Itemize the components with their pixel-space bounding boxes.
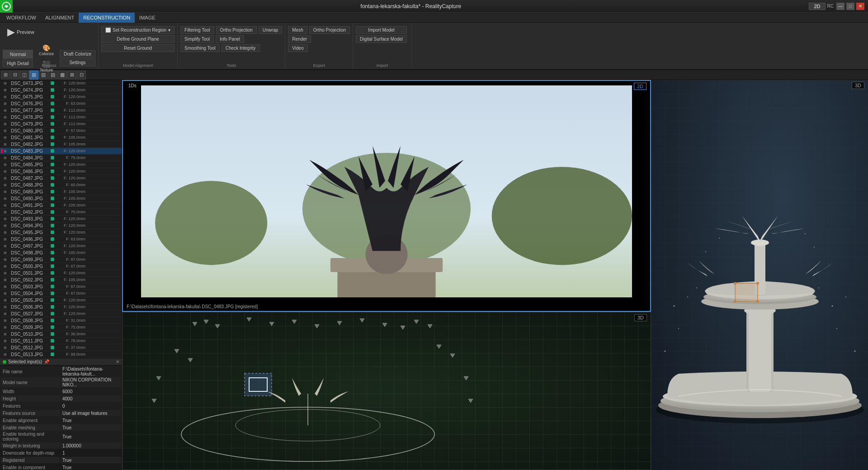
file-row[interactable]: ⊞DSC_0478.JPGF: 112.0mm (0, 114, 122, 121)
file-name-label: DSC_0503.JPG (11, 284, 49, 289)
draft-colorize-button[interactable]: Draft Colorize (60, 50, 95, 58)
file-row[interactable]: ⊞DSC_0507.JPGF: 120.0mm (0, 310, 122, 317)
close-panel-icon[interactable]: ✕ (116, 359, 119, 364)
file-name-label: DSC_0504.JPG (11, 291, 49, 296)
file-row[interactable]: ⊞DSC_0504.JPGF: 67.0mm (0, 290, 122, 297)
menu-alignment[interactable]: ALIGNMENT (41, 13, 79, 23)
info-field-label: Weight in texturing (1, 442, 60, 449)
file-row[interactable]: ⊞DSC_0497.JPGF: 120.0mm (0, 243, 122, 249)
mesh-button[interactable]: Mesh (288, 26, 307, 34)
ortho-projection-button[interactable]: Ortho Projection (216, 26, 257, 34)
file-row[interactable]: ⊞DSC_0493.JPGF: 120.0mm (0, 216, 122, 222)
file-focal-label: F: 120.0mm (56, 176, 87, 180)
file-row[interactable]: ⊞DSC_0503.JPGF: 67.0mm (0, 283, 122, 290)
file-row[interactable]: ⊞DSC_0512.JPGF: 37.0mm (0, 344, 122, 351)
file-row[interactable]: ⊞DSC_0498.JPGF: 105.0mm (0, 249, 122, 256)
file-name-label: DSC_0496.JPG (11, 237, 49, 242)
file-row[interactable]: ⊞DSC_0509.JPGF: 75.0mm (0, 324, 122, 331)
digital-surface-model-button[interactable]: Digital Surface Model (356, 35, 407, 43)
normal-button[interactable]: Normal (3, 50, 33, 59)
export-ortho-projection-button[interactable]: Ortho Projection (309, 26, 350, 34)
file-row[interactable]: ⊞DSC_0508.JPGF: 31.0mm (0, 317, 122, 324)
menu-workflow[interactable]: WORKFLOW (2, 13, 41, 23)
unwrap-button[interactable]: Unwrap (259, 26, 282, 34)
file-row[interactable]: ⊞DSC_0491.JPGF: 105.0mm (0, 202, 122, 209)
file-status-indicator (51, 169, 54, 173)
smoothing-tool-button[interactable]: Smoothing Tool (180, 44, 220, 52)
file-row[interactable]: ⊞DSC_0477.JPGF: 112.0mm (0, 107, 122, 114)
render-button[interactable]: Render (288, 35, 311, 43)
right-3d-panel[interactable]: 3D (651, 80, 868, 470)
file-type-icon: ⊞ (4, 115, 11, 119)
svg-marker-20 (428, 324, 432, 328)
file-row[interactable]: ⊞DSC_0483.JPGF: 120.0mm (0, 148, 122, 155)
file-status-indicator (51, 129, 54, 132)
file-row[interactable]: ⊞DSC_0510.JPGF: 36.0mm (0, 331, 122, 338)
export-group: Mesh Ortho Projection Render Video Expor… (285, 23, 353, 69)
file-row[interactable]: ⊞DSC_0502.JPGF: 105.0mm (0, 277, 122, 283)
file-type-icon: ⊞ (4, 176, 11, 180)
close-button[interactable]: ✕ (856, 3, 864, 10)
file-row[interactable]: ⊞DSC_0488.JPGF: 60.0mm (0, 182, 122, 188)
file-row[interactable]: ⊞DSC_0500.JPGF: 67.0mm (0, 263, 122, 270)
file-row[interactable]: ⊞DSC_0506.JPGF: 120.0mm (0, 304, 122, 310)
info-table-row: Downscale for depth-map1 (1, 450, 121, 456)
file-row[interactable]: ⊞DSC_0486.JPGF: 120.0mm (0, 168, 122, 175)
set-reconstruction-region-button[interactable]: ⬜Set Reconstruction Region▾ (101, 26, 175, 34)
file-row[interactable]: ⊞DSC_0513.JPGF: 99.0mm (0, 351, 122, 358)
file-row[interactable]: ⊞DSC_0499.JPGF: 87.0mm (0, 256, 122, 263)
file-selected-indicator (1, 257, 3, 262)
file-list[interactable]: ⊞DSC_0473.JPGF: 120.0mm⊞DSC_0474.JPGF: 1… (0, 80, 122, 358)
minimize-button[interactable]: — (836, 3, 844, 10)
file-status-indicator (51, 224, 54, 227)
svg-point-53 (756, 300, 759, 303)
file-row[interactable]: ⊞DSC_0495.JPGF: 120.0mm (0, 229, 122, 236)
file-row[interactable]: ⊞DSC_0487.JPGF: 120.0mm (0, 175, 122, 182)
file-type-icon: ⊞ (4, 224, 11, 228)
preview-button[interactable]: ▶ Preview (3, 24, 39, 40)
maximize-button[interactable]: □ (846, 3, 854, 10)
file-row[interactable]: ⊞DSC_0505.JPGF: 120.0mm (0, 297, 122, 304)
file-row[interactable]: ⊞DSC_0490.JPGF: 105.0mm (0, 195, 122, 202)
colorize-button[interactable]: 🎨 Colorize (36, 42, 57, 58)
info-panel-button[interactable]: Info Panel (216, 35, 244, 43)
file-row[interactable]: ⊞DSC_0479.JPGF: 112.0mm (0, 121, 122, 127)
mode-2d-button[interactable]: 2D (809, 3, 825, 10)
define-ground-plane-button[interactable]: Define Ground Plane (101, 35, 175, 43)
filtering-tool-button[interactable]: Filtering Tool (180, 26, 214, 34)
file-name-label: DSC_0491.JPG (11, 203, 49, 208)
svg-point-55 (687, 296, 688, 297)
file-row[interactable]: ⊞DSC_0511.JPGF: 78.0mm (0, 338, 122, 344)
file-status-indicator (51, 203, 54, 207)
file-row[interactable]: ⊞DSC_0489.JPGF: 105.0mm (0, 188, 122, 195)
import-model-button[interactable]: Import Model (356, 26, 407, 34)
reset-ground-button[interactable]: Reset Ground (101, 44, 175, 52)
file-row[interactable]: ⊞DSC_0476.JPGF: 63.0mm (0, 100, 122, 107)
file-row[interactable]: ⊞DSC_0494.JPGF: 120.0mm (0, 222, 122, 229)
file-row[interactable]: ⊞DSC_0501.JPGF: 120.0mm (0, 270, 122, 277)
simplify-tool-button[interactable]: Simplify Tool (180, 35, 214, 43)
pin-icon[interactable]: 📌 (44, 359, 49, 364)
file-name-label: DSC_0510.JPG (11, 332, 49, 337)
file-row[interactable]: ⊞DSC_0485.JPGF: 120.0mm (0, 161, 122, 168)
file-row[interactable]: ⊞DSC_0473.JPGF: 120.0mm (0, 80, 122, 87)
check-integrity-button[interactable]: Check Integrity (222, 44, 260, 52)
view-3d-lower-label: 3D (634, 314, 647, 321)
file-row[interactable]: ⊞DSC_0484.JPGF: 75.0mm (0, 155, 122, 161)
file-row[interactable]: ⊞DSC_0474.JPGF: 120.0mm (0, 87, 122, 94)
file-row[interactable]: ⊞DSC_0481.JPGF: 105.0mm (0, 134, 122, 141)
file-focal-label: F: 120.0mm (56, 149, 87, 153)
menu-image[interactable]: IMAGE (135, 13, 160, 23)
file-row[interactable]: ⊞DSC_0482.JPGF: 105.0mm (0, 141, 122, 148)
view-2d[interactable]: 1Ds 2D (122, 80, 651, 312)
file-selected-indicator (1, 128, 3, 133)
view-3d-lower[interactable]: 3D (122, 312, 651, 470)
svg-point-67 (805, 233, 806, 234)
file-row[interactable]: ⊞DSC_0492.JPGF: 75.0mm (0, 209, 122, 216)
menu-reconstruction[interactable]: RECONSTRUCTION (79, 13, 135, 23)
file-row[interactable]: ⊞DSC_0475.JPGF: 120.0mm (0, 94, 122, 100)
file-row[interactable]: ⊞DSC_0496.JPGF: 63.0mm (0, 236, 122, 243)
video-button[interactable]: Video (288, 44, 307, 52)
file-name-label: DSC_0492.JPG (11, 210, 49, 215)
file-row[interactable]: ⊞DSC_0480.JPGF: 57.0mm (0, 127, 122, 134)
